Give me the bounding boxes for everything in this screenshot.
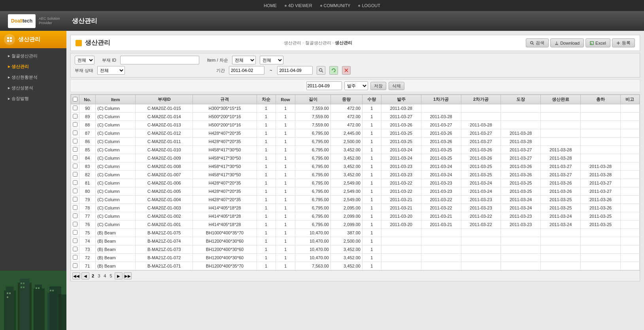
row-check[interactable] xyxy=(71,154,79,162)
row-check[interactable] xyxy=(71,162,79,171)
sidebar-item-analysis[interactable]: ▸ 생산현황분석 xyxy=(0,72,66,83)
row-check[interactable] xyxy=(71,262,79,270)
table-row[interactable]: 72 (B) Beam B-MA21Z-01-072 BH1200*400*30… xyxy=(71,254,640,262)
nav-home[interactable]: HOME xyxy=(264,3,277,8)
row-check[interactable] xyxy=(71,121,79,129)
table-row[interactable]: 81 (C) Column C-MA20Z-01-006 H428*407*20… xyxy=(71,179,640,187)
row-check[interactable] xyxy=(71,187,79,196)
row-checkbox[interactable] xyxy=(73,230,77,235)
table-row[interactable]: 79 (C) Column C-MA20Z-01-004 H428*407*20… xyxy=(71,196,640,204)
category-select[interactable]: 전체 xyxy=(75,56,94,64)
download-button[interactable]: Download xyxy=(550,38,584,47)
row-check[interactable] xyxy=(71,171,79,179)
row-checkbox[interactable] xyxy=(73,180,77,185)
row-checkbox[interactable] xyxy=(73,114,77,119)
table-row[interactable]: 89 (C) Column C-MA20Z-01-014 H500*200*10… xyxy=(71,113,640,121)
table-row[interactable]: 74 (B) Beam B-MA21Z-01-074 BH1200*400*30… xyxy=(71,237,640,245)
register-button[interactable]: 등록 xyxy=(612,38,635,47)
page-last-btn[interactable]: ▶▶ xyxy=(124,272,132,279)
row-check[interactable] xyxy=(71,245,79,254)
row-checkbox[interactable] xyxy=(73,213,77,218)
row-order: 1 xyxy=(257,121,276,129)
row-check[interactable] xyxy=(71,113,79,121)
row-checkbox[interactable] xyxy=(73,205,77,210)
member-id-input[interactable] xyxy=(120,56,199,64)
row-checkbox[interactable] xyxy=(73,247,77,251)
clear-icon-btn[interactable] xyxy=(342,66,351,75)
nav-4dviewer[interactable]: 4D VIEWER xyxy=(285,3,312,8)
sidebar-item-production[interactable]: ▸ 생산관리 xyxy=(0,61,66,72)
table-row[interactable]: 75 (B) Beam B-MA21Z-01-075 BH1000*400*35… xyxy=(71,229,640,237)
page-num-5[interactable]: 5 xyxy=(108,273,113,278)
table-row[interactable]: 90 (C) Column C-MA20Z-01-015 H300*305*15… xyxy=(71,104,640,113)
page-num-4[interactable]: 4 xyxy=(102,273,107,278)
row-checkbox[interactable] xyxy=(73,263,77,268)
row-checkbox[interactable] xyxy=(73,147,77,152)
row-check[interactable] xyxy=(71,179,79,187)
row-check[interactable] xyxy=(71,146,79,154)
table-row[interactable]: 73 (B) Beam B-MA21Z-01-073 BH1200*400*30… xyxy=(71,245,640,254)
page-first-btn[interactable]: ◀◀ xyxy=(72,272,80,279)
row-check[interactable] xyxy=(71,212,79,221)
row-checkbox[interactable] xyxy=(73,189,77,193)
save-button[interactable]: 저장 xyxy=(370,82,386,90)
sidebar-item-cheolgol[interactable]: ▸ 철골생산관리 xyxy=(0,51,66,61)
table-row[interactable]: 87 (C) Column C-MA20Z-01-012 H428*407*20… xyxy=(71,129,640,138)
refresh-icon-btn[interactable] xyxy=(329,66,338,75)
nav-logout[interactable]: LOGOUT xyxy=(358,3,380,8)
row-checkbox[interactable] xyxy=(73,172,77,177)
page-next-btn[interactable]: ▶ xyxy=(115,272,123,279)
row-checkbox[interactable] xyxy=(73,139,77,143)
period-end-input[interactable] xyxy=(277,66,313,75)
excel-button[interactable]: E Excel xyxy=(585,38,610,47)
row-checkbox[interactable] xyxy=(73,164,77,168)
row-paint: 2011-03-24 xyxy=(501,204,541,212)
row-spec: H428*407*20*35 xyxy=(193,129,257,138)
row-checkbox[interactable] xyxy=(73,106,77,110)
sidebar-item-invoice[interactable]: ▸ 송장발행 xyxy=(0,93,66,104)
table-row[interactable]: 85 (C) Column C-MA20Z-01-010 H458*417*30… xyxy=(71,146,640,154)
table-row[interactable]: 88 (C) Column C-MA20Z-01-013 H500*200*10… xyxy=(71,121,640,129)
nav-community[interactable]: COMMUNITY xyxy=(320,3,351,8)
row-check[interactable] xyxy=(71,221,79,229)
table-row[interactable]: 86 (C) Column C-MA20Z-01-011 H428*407*20… xyxy=(71,138,640,146)
search-icon-btn[interactable] xyxy=(317,66,325,75)
page-num-2[interactable]: 2 xyxy=(91,273,95,278)
order-select[interactable]: 전체 xyxy=(260,56,283,64)
row-check[interactable] xyxy=(71,237,79,245)
select-all-checkbox[interactable] xyxy=(73,97,77,102)
table-row[interactable]: 84 (C) Column C-MA20Z-01-009 H458*417*30… xyxy=(71,154,640,162)
row-check[interactable] xyxy=(71,204,79,212)
row-check[interactable] xyxy=(71,254,79,262)
item-select[interactable]: 전체 xyxy=(232,56,256,64)
table-row[interactable]: 80 (C) Column C-MA20Z-01-005 H428*407*20… xyxy=(71,187,640,196)
row-check[interactable] xyxy=(71,129,79,138)
table-row[interactable]: 83 (C) Column C-MA20Z-01-008 H458*417*30… xyxy=(71,162,640,171)
table-container[interactable]: No. Item 부재ID 규격 차순 Row 길이 중량 수량 발주 1차가공… xyxy=(70,94,640,271)
table-row[interactable]: 77 (C) Column C-MA20Z-01-002 H414*405*18… xyxy=(71,212,640,221)
search-button[interactable]: 검색 xyxy=(526,38,549,47)
status-select[interactable]: 발주 1차가공 2차가공 도장 생산완료 총하 xyxy=(344,81,368,90)
table-row[interactable]: 76 (C) Column C-MA20Z-01-001 H414*405*18… xyxy=(71,221,640,229)
row-checkbox[interactable] xyxy=(73,222,77,226)
row-checkbox[interactable] xyxy=(73,130,77,135)
row-checkbox[interactable] xyxy=(73,197,77,202)
row-checkbox[interactable] xyxy=(73,122,77,127)
row-check[interactable] xyxy=(71,104,79,113)
table-row[interactable]: 82 (C) Column C-MA20Z-01-007 H458*417*30… xyxy=(71,171,640,179)
row-checkbox[interactable] xyxy=(73,238,77,243)
member-status-select[interactable]: 전체 xyxy=(97,66,125,75)
row-check[interactable] xyxy=(71,196,79,204)
row-check[interactable] xyxy=(71,138,79,146)
row-check[interactable] xyxy=(71,229,79,237)
table-row[interactable]: 78 (C) Column C-MA20Z-01-003 H414*405*18… xyxy=(71,204,640,212)
sidebar-item-productivity[interactable]: ▸ 생산성분석 xyxy=(0,83,66,93)
row-checkbox[interactable] xyxy=(73,255,77,260)
delete-button[interactable]: 삭제 xyxy=(389,82,404,90)
page-num-3[interactable]: 3 xyxy=(96,273,101,278)
table-row[interactable]: 71 (B) Beam B-MA21Z-01-071 BH1200*400*35… xyxy=(71,262,640,270)
page-prev-btn[interactable]: ◀ xyxy=(81,272,89,279)
row-checkbox[interactable] xyxy=(73,155,77,160)
date-input[interactable] xyxy=(306,81,342,90)
period-start-input[interactable] xyxy=(229,66,264,75)
